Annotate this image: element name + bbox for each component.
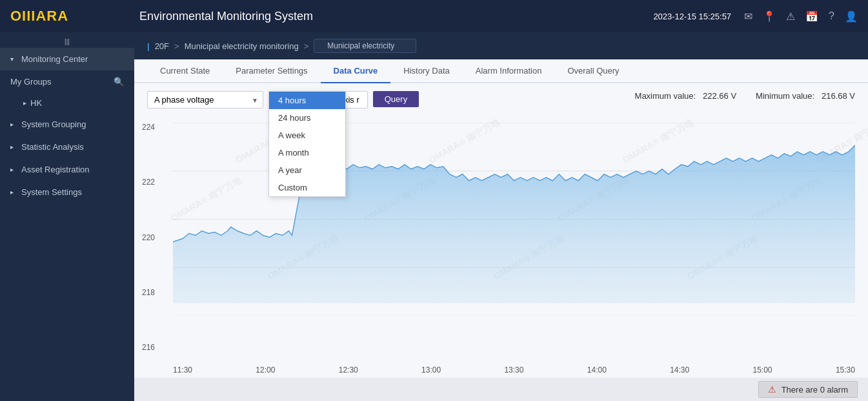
breadcrumb-section: Municipal electricity monitoring	[185, 41, 299, 51]
header-right: 2023-12-15 15:25:57 ✉ 📍 ⚠ 📅 ? 👤	[653, 10, 858, 23]
x-label: 15:00	[753, 365, 772, 375]
sidebar-item-monitoring-center[interactable]: ▾ Monitoring Center	[0, 48, 134, 70]
tab-overall-query[interactable]: Overall Query	[554, 59, 632, 83]
calendar-icon[interactable]: 📅	[805, 10, 818, 23]
sidebar-item-label: System Grouping	[21, 119, 86, 129]
sidebar-item-my-groups[interactable]: My Groups 🔍	[0, 70, 134, 93]
x-axis: 11:30 12:00 12:30 13:00 13:30 14:00 14:3…	[173, 365, 855, 375]
chart-area: OMARA® 南宁万地 OMARA® 南宁万地 OMARA® 南宁万地 OMAR…	[134, 116, 868, 378]
x-label: 14:30	[670, 365, 689, 375]
tab-label: Alarm Information	[476, 66, 542, 76]
envelope-icon[interactable]: ✉	[744, 10, 752, 23]
x-label: 12:00	[256, 365, 275, 375]
content-area: | 20F > Municipal electricity monitoring…	[134, 32, 868, 401]
app-title: Environmental Monitoring System	[139, 10, 653, 23]
my-groups-label: My Groups	[10, 77, 52, 87]
x-label: 15:30	[836, 365, 855, 375]
y-axis: 216 218 220 222 224	[142, 123, 155, 352]
tab-label: Parameter Settings	[236, 66, 307, 76]
help-icon[interactable]: ?	[829, 10, 834, 22]
sidebar: ||| ▾ Monitoring Center My Groups 🔍 ▸ HK…	[0, 32, 134, 401]
alarm-badge: ⚠ There are 0 alarm	[758, 381, 858, 398]
arrow-icon: ▸	[10, 143, 14, 150]
tab-alarm-information[interactable]: Alarm Information	[463, 59, 555, 83]
x-label: 13:30	[504, 365, 523, 375]
breadcrumb-sep1: >	[174, 41, 179, 51]
time-option-week[interactable]: A week	[269, 127, 345, 144]
logo: OIIIARA	[10, 8, 68, 25]
time-option-custom[interactable]: Custom	[269, 179, 345, 196]
min-value-label: Minimum value: 216.68 V	[756, 91, 855, 101]
param-select[interactable]: A phase voltage B phase voltage C phase …	[147, 91, 263, 108]
chart-controls: A phase voltage B phase voltage C phase …	[134, 83, 868, 116]
arrow-right-icon: ▸	[23, 99, 26, 107]
sidebar-item-statistic-analysis[interactable]: ▸ Statistic Analysis	[0, 136, 134, 158]
max-value-label: Maximum value: 222.66 V	[635, 91, 737, 101]
time-option-4hours[interactable]: 4 hours	[269, 92, 345, 109]
time-option-month[interactable]: A month	[269, 144, 345, 161]
sidebar-item-label: Asset Registration	[21, 165, 90, 174]
sidebar-item-label: Monitoring Center	[21, 54, 88, 64]
alarm-text: There are 0 alarm	[782, 385, 848, 395]
sidebar-item-system-settings[interactable]: ▸ System Settings	[0, 181, 134, 203]
hk-label: HK	[30, 98, 42, 108]
sidebar-item-label: Statistic Analysis	[21, 142, 84, 152]
sidebar-item-hk[interactable]: ▸ HK	[0, 93, 134, 113]
map-pin-icon[interactable]: 📍	[763, 10, 776, 23]
time-dropdown-content: 4 hours 24 hours A week A month A year C…	[268, 91, 346, 197]
tab-parameter-settings[interactable]: Parameter Settings	[223, 59, 320, 83]
header: OIIIARA Environmental Monitoring System …	[0, 0, 868, 32]
sidebar-item-system-grouping[interactable]: ▸ System Grouping	[0, 113, 134, 136]
tab-label: Current State	[160, 66, 210, 76]
tab-current-state[interactable]: Current State	[147, 59, 223, 83]
arrow-icon: ▸	[10, 166, 14, 173]
x-label: 13:00	[421, 365, 441, 375]
alarm-triangle-icon: ⚠	[768, 384, 776, 395]
header-icons: ✉ 📍 ⚠ 📅 ? 👤	[744, 10, 858, 23]
status-bar: ⚠ There are 0 alarm	[134, 378, 868, 401]
breadcrumb-sep2: >	[304, 41, 309, 51]
logo-area: OIIIARA	[10, 8, 139, 25]
tab-label: Data Curve	[334, 66, 378, 76]
y-label: 222	[142, 178, 155, 187]
tabs: Current State Parameter Settings Data Cu…	[134, 59, 868, 83]
time-option-year[interactable]: A year	[269, 161, 345, 179]
sidebar-item-asset-registration[interactable]: ▸ Asset Registration	[0, 158, 134, 181]
x-label: 11:30	[173, 365, 192, 375]
x-label: 14:00	[587, 365, 607, 375]
breadcrumb-current[interactable]: Municipal electricity Option 2	[314, 39, 416, 53]
breadcrumb-floor: |	[147, 41, 150, 51]
arrow-icon: ▾	[10, 56, 14, 63]
tab-label: Overall Query	[567, 66, 619, 76]
user-icon[interactable]: 👤	[845, 10, 858, 23]
arrow-icon: ▸	[10, 121, 14, 128]
breadcrumb-floor-label: 20F	[155, 41, 169, 51]
param-select-wrapper: A phase voltage B phase voltage C phase …	[147, 91, 263, 108]
datetime: 2023-12-15 15:25:57	[653, 12, 731, 21]
tab-data-curve[interactable]: Data Curve	[321, 59, 391, 83]
y-label: 216	[142, 343, 155, 352]
min-max-values: Maximum value: 222.66 V Minimum value: 2…	[635, 91, 855, 101]
breadcrumb: | 20F > Municipal electricity monitoring…	[134, 32, 868, 59]
main-layout: ||| ▾ Monitoring Center My Groups 🔍 ▸ HK…	[0, 32, 868, 401]
search-icon[interactable]: 🔍	[114, 77, 124, 87]
collapse-bar[interactable]: |||	[0, 35, 134, 48]
y-label: 218	[142, 288, 155, 297]
query-button[interactable]: Query	[373, 91, 419, 107]
arrow-icon: ▸	[10, 189, 14, 196]
y-label: 224	[142, 123, 155, 132]
time-option-24hours[interactable]: 24 hours	[269, 109, 345, 127]
x-label: 12:30	[339, 365, 358, 375]
warning-icon[interactable]: ⚠	[786, 10, 795, 23]
tab-history-data[interactable]: History Data	[390, 59, 463, 83]
breadcrumb-select[interactable]: Municipal electricity Option 2	[322, 40, 408, 52]
tab-label: History Data	[403, 66, 450, 76]
y-label: 220	[142, 233, 155, 242]
sidebar-item-label: System Settings	[21, 187, 82, 197]
